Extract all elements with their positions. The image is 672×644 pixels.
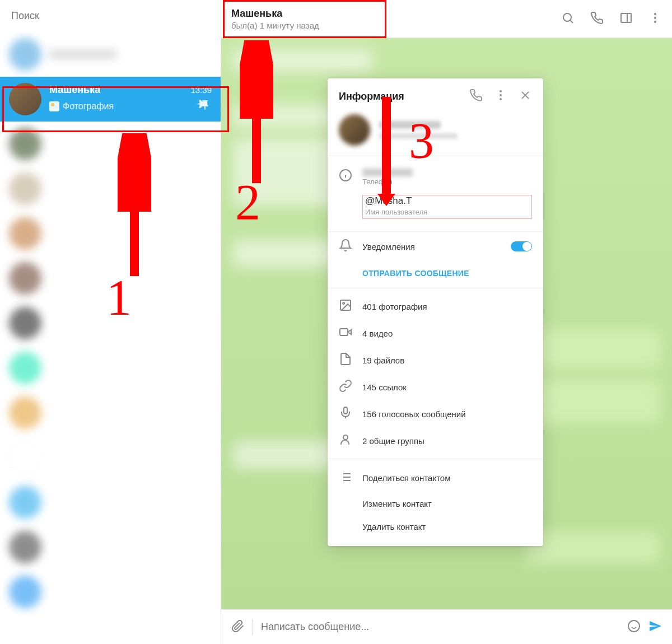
link-icon — [339, 379, 352, 395]
list-item[interactable] — [0, 390, 221, 435]
header-contact-name[interactable]: Машенька — [231, 8, 561, 20]
bell-icon — [339, 239, 352, 254]
media-videos[interactable]: 4 видео — [328, 320, 543, 347]
svg-point-8 — [500, 98, 502, 100]
media-groups[interactable]: 2 общие группы — [328, 427, 543, 454]
list-item[interactable] — [0, 211, 221, 256]
edit-contact-button[interactable]: Изменить контакт — [328, 492, 543, 515]
list-item[interactable] — [0, 32, 221, 77]
share-contact-button[interactable]: Поделиться контактом — [328, 464, 543, 492]
media-files[interactable]: 19 файлов — [328, 347, 543, 374]
list-item[interactable] — [0, 570, 221, 614]
media-voice[interactable]: 156 голосовых сообщений — [328, 400, 543, 427]
active-chat-item[interactable]: Машенька 13:39 Фотография — [0, 77, 221, 122]
username-label: Имя пользователя — [365, 208, 529, 216]
contact-info-panel: Информация Телефон @Masha.T Имя пользова… — [328, 78, 543, 546]
attach-icon[interactable] — [231, 619, 245, 635]
list-item[interactable] — [0, 525, 221, 570]
svg-point-11 — [343, 302, 344, 304]
list-item[interactable] — [0, 435, 221, 480]
list-item[interactable] — [0, 122, 221, 166]
phone-label: Телефон — [362, 178, 532, 186]
svg-point-5 — [628, 620, 640, 632]
chat-header: Машенька был(а) 1 минуту назад — [221, 0, 672, 38]
emoji-icon[interactable] — [627, 619, 641, 635]
avatar — [9, 83, 41, 115]
send-message-button[interactable]: ОТПРАВИТЬ СООБЩЕНИЕ — [328, 261, 543, 288]
svg-point-0 — [563, 13, 571, 21]
header-status: был(а) 1 минуту назад — [231, 21, 561, 30]
list-icon — [339, 470, 352, 486]
info-title: Информация — [339, 91, 458, 102]
search-input[interactable] — [11, 10, 209, 22]
sidebar-toggle-icon[interactable] — [619, 11, 633, 27]
chat-time: 13:39 — [190, 85, 212, 95]
svg-point-2 — [654, 13, 656, 15]
more-icon[interactable] — [494, 88, 507, 104]
image-icon — [339, 298, 352, 314]
list-item[interactable] — [0, 346, 221, 390]
notifications-label: Уведомления — [362, 242, 501, 251]
video-icon — [339, 325, 352, 341]
call-icon[interactable] — [469, 88, 483, 104]
chat-preview-text: Фотография — [63, 101, 114, 111]
list-item[interactable] — [0, 256, 221, 301]
user-icon — [339, 433, 352, 449]
svg-point-7 — [500, 94, 502, 96]
svg-point-3 — [654, 17, 656, 19]
call-icon[interactable] — [590, 11, 604, 27]
notifications-toggle[interactable] — [511, 241, 532, 251]
message-input[interactable] — [261, 621, 619, 633]
list-item[interactable] — [0, 301, 221, 346]
mic-icon — [339, 406, 352, 422]
file-icon — [339, 352, 352, 368]
username-value[interactable]: @Masha.T — [365, 195, 529, 207]
close-icon[interactable] — [519, 88, 532, 104]
list-item[interactable] — [0, 480, 221, 525]
info-icon — [339, 169, 352, 184]
more-icon[interactable] — [648, 11, 662, 27]
svg-rect-13 — [344, 407, 347, 414]
media-links[interactable]: 145 ссылок — [328, 374, 543, 400]
svg-rect-1 — [621, 13, 631, 22]
svg-point-6 — [500, 90, 502, 92]
chat-sidebar: Машенька 13:39 Фотография — [0, 0, 221, 644]
svg-point-4 — [654, 21, 656, 23]
svg-rect-12 — [340, 329, 348, 335]
delete-contact-button[interactable]: Удалить контакт — [328, 515, 543, 538]
pin-icon — [195, 98, 212, 114]
search-icon[interactable] — [561, 11, 575, 27]
message-composer — [221, 609, 672, 644]
list-item[interactable] — [0, 166, 221, 211]
photo-icon — [49, 101, 59, 111]
avatar — [339, 114, 370, 146]
chat-list: Машенька 13:39 Фотография — [0, 32, 221, 644]
chat-name: Машенька — [49, 84, 100, 96]
media-photos[interactable]: 401 фотография — [328, 293, 543, 320]
send-icon[interactable] — [648, 619, 662, 635]
svg-point-14 — [343, 435, 348, 440]
